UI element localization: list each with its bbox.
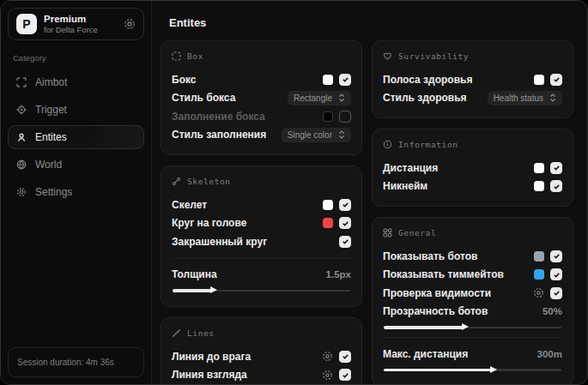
thickness-slider[interactable] <box>173 287 350 293</box>
checkbox[interactable] <box>550 162 562 174</box>
color-swatch[interactable] <box>534 269 544 280</box>
color-swatch[interactable] <box>534 75 544 85</box>
setting-row-view-line: Линия взгляда <box>172 366 351 385</box>
checkbox[interactable] <box>339 74 351 86</box>
updown-icon <box>338 93 345 102</box>
fill-style-dropdown[interactable]: Single color <box>282 128 351 142</box>
sidebar-item-label: Settings <box>35 186 72 198</box>
checkbox[interactable] <box>550 180 562 192</box>
app-logo: P <box>16 14 37 34</box>
sidebar-item-trigget[interactable]: Trigget <box>8 98 144 122</box>
color-swatch[interactable] <box>323 200 333 210</box>
brand-subtitle: for Delta Force <box>44 25 98 35</box>
sidebar-item-label: Entites <box>35 131 67 143</box>
setting-row-nickname: Никнейм <box>383 177 562 196</box>
opacity-value: 50% <box>543 306 562 316</box>
health-style-dropdown[interactable]: Health status <box>488 91 562 105</box>
card-survivability: Survivability Полоса здоровья Стиль здор… <box>372 40 573 118</box>
card-title-text: General <box>398 228 436 238</box>
sidebar-item-label: Trigget <box>35 104 67 116</box>
setting-row-filled-circle: Закрашенный круг <box>172 232 351 251</box>
slider-thumb[interactable] <box>462 323 469 330</box>
checkbox[interactable] <box>550 287 562 299</box>
card-title-text: Box <box>187 51 203 61</box>
box-style-dropdown[interactable]: Rectangle <box>288 91 351 105</box>
color-swatch[interactable] <box>323 218 333 228</box>
card-lines: Lines Линия до врага <box>161 317 362 384</box>
gear-icon[interactable] <box>124 18 136 30</box>
sidebar-item-label: World <box>35 159 62 171</box>
checkbox[interactable] <box>339 111 351 123</box>
category-label: Category <box>13 53 139 63</box>
checkbox[interactable] <box>550 250 562 262</box>
setting-row-fill-style: Стиль заполнения Single color <box>172 126 351 145</box>
max-distance-slider[interactable] <box>384 367 561 373</box>
color-swatch[interactable] <box>534 181 544 191</box>
checkbox[interactable] <box>339 217 351 229</box>
sidebar-item-settings[interactable]: Settings <box>8 180 144 204</box>
setting-row-thickness: Толщина 1.5px <box>172 266 351 285</box>
line-options-icon[interactable] <box>322 370 333 381</box>
session-box: Session duration: 4m 36s <box>8 347 144 377</box>
color-swatch[interactable] <box>534 251 544 262</box>
person-scan-icon <box>16 132 27 142</box>
setting-row-show-teammates: Показывать тиммейтов <box>383 266 562 285</box>
grid-icon <box>383 228 392 238</box>
card-title-text: Survivability <box>398 51 469 61</box>
setting-row-box-style: Стиль бокса Rectangle <box>172 89 351 108</box>
checkbox[interactable] <box>339 369 351 381</box>
sidebar-item-aimbot[interactable]: Aimbot <box>8 70 144 94</box>
setting-row-box-toggle: Бокс <box>172 70 351 89</box>
color-swatch[interactable] <box>323 75 333 85</box>
box-icon <box>172 51 181 61</box>
setting-row-visibility-check: Проверка видимости <box>383 284 562 303</box>
color-swatch[interactable] <box>534 163 544 173</box>
setting-row-health-style: Стиль здоровья Health status <box>383 89 562 108</box>
slider-thumb[interactable] <box>210 286 217 293</box>
checkbox[interactable] <box>550 74 562 86</box>
card-skeleton: Skeleton Скелет Круг на голове <box>161 165 362 307</box>
crosshair-corners-icon <box>16 77 27 87</box>
checkbox[interactable] <box>550 268 562 280</box>
thickness-value: 1.5px <box>326 269 351 280</box>
checkbox[interactable] <box>339 351 351 363</box>
setting-row-head-circle: Круг на голове <box>172 214 351 233</box>
checkbox[interactable] <box>339 199 351 211</box>
app-window: P Premium for Delta Force Category Aimbo… <box>0 0 588 385</box>
crosshair-dot-icon <box>16 105 27 115</box>
line-icon <box>172 328 181 338</box>
setting-row-line-to-enemy: Линия до врага <box>172 347 351 366</box>
info-icon <box>383 140 392 149</box>
max-distance-value: 300m <box>537 349 562 359</box>
divider <box>383 337 562 338</box>
visibility-icon[interactable] <box>533 287 544 298</box>
slider-thumb[interactable] <box>490 366 497 373</box>
card-information: Information Дистанция Никнейм <box>372 129 573 207</box>
session-duration-text: Session duration: 4m 36s <box>17 358 114 367</box>
sidebar-item-label: Aimbot <box>35 76 67 88</box>
updown-icon <box>549 93 556 102</box>
card-general: General Показывать ботов Показывать тимм… <box>372 217 573 384</box>
bots-opacity-slider[interactable] <box>384 324 561 330</box>
card-title-text: Skeleton <box>187 177 231 186</box>
color-swatch[interactable] <box>323 111 333 122</box>
brand-card: P Premium for Delta Force <box>8 8 144 40</box>
card-title-text: Lines <box>187 328 215 338</box>
checkbox[interactable] <box>339 236 351 248</box>
setting-row-bots-opacity: Прозрачность ботов 50% <box>383 303 562 322</box>
divider <box>172 258 351 259</box>
setting-row-health-bar: Полоса здоровья <box>383 70 562 89</box>
page-title: Entites <box>169 16 573 29</box>
sidebar-item-world[interactable]: World <box>8 153 144 177</box>
setting-row-distance: Дистанция <box>383 159 562 177</box>
heart-icon <box>383 51 392 61</box>
globe-icon <box>16 159 27 170</box>
sidebar-nav: Aimbot Trigget Entites <box>8 70 144 204</box>
setting-row-max-distance: Макс. дистанция 300m <box>383 345 562 364</box>
sidebar: P Premium for Delta Force Category Aimbo… <box>1 1 152 384</box>
card-title-text: Information <box>398 140 458 149</box>
updown-icon <box>338 130 345 139</box>
line-options-icon[interactable] <box>322 351 333 362</box>
card-box: Box Бокс Стиль бокса <box>161 40 362 155</box>
sidebar-item-entites[interactable]: Entites <box>8 125 144 149</box>
